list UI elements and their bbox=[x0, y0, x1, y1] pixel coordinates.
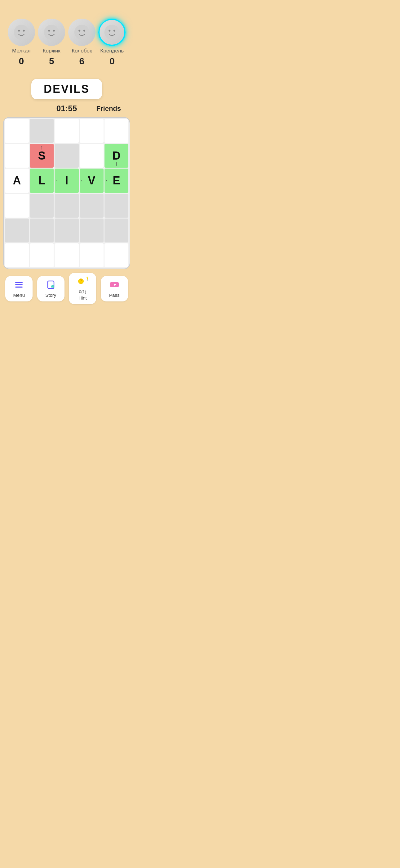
grid-cell[interactable] bbox=[55, 119, 78, 143]
player-name: Коржик bbox=[43, 48, 61, 54]
player-avatar[interactable] bbox=[38, 19, 65, 46]
grid-cell[interactable] bbox=[104, 219, 128, 243]
word-display: DEVILS bbox=[31, 79, 102, 99]
player-name: Крендель bbox=[100, 48, 124, 54]
hint-label: Hint bbox=[78, 295, 87, 301]
grid-cell[interactable] bbox=[104, 119, 128, 143]
players-section: Мелкая0 Коржик5 Колобок6 Крендель0 bbox=[0, 0, 133, 73]
player-score: 6 bbox=[79, 56, 84, 66]
arrow-left-icon: ← bbox=[105, 178, 110, 183]
timer: 01:55 bbox=[57, 104, 77, 113]
grid-cell[interactable] bbox=[5, 243, 29, 267]
grid-cell[interactable] bbox=[80, 119, 104, 143]
grid-cell[interactable] bbox=[5, 194, 29, 218]
menu-button[interactable]: Menu bbox=[5, 276, 33, 302]
grid-cell[interactable] bbox=[80, 243, 104, 267]
svg-point-8 bbox=[84, 30, 85, 32]
svg-point-11 bbox=[113, 30, 115, 32]
grid-cell[interactable] bbox=[30, 219, 54, 243]
svg-rect-14 bbox=[15, 286, 23, 288]
timer-row: 01:55 Friends bbox=[0, 102, 133, 115]
player-score: 0 bbox=[109, 56, 115, 66]
arrow-up-icon: ↑ bbox=[40, 144, 43, 151]
svg-rect-12 bbox=[15, 282, 23, 283]
cell-letter: I bbox=[65, 174, 68, 187]
svg-point-1 bbox=[18, 30, 20, 32]
grid-cell[interactable] bbox=[80, 144, 104, 168]
player-score: 0 bbox=[19, 56, 24, 66]
cell-letter: A bbox=[13, 174, 21, 187]
svg-point-6 bbox=[74, 25, 89, 40]
grid-cell[interactable] bbox=[5, 119, 29, 143]
arrow-down-icon: ↓ bbox=[115, 160, 118, 167]
svg-point-0 bbox=[14, 25, 29, 40]
arrow-left-icon: ← bbox=[55, 178, 60, 183]
grid-cell[interactable] bbox=[55, 144, 78, 168]
player-name: Мелкая bbox=[12, 48, 31, 54]
svg-point-10 bbox=[108, 30, 110, 32]
cell-letter: L bbox=[38, 174, 45, 187]
hint-button[interactable]: ? 💡 0(1) Hint bbox=[69, 273, 96, 304]
grid-cell[interactable] bbox=[5, 219, 29, 243]
grid-cell[interactable] bbox=[80, 194, 104, 218]
svg-point-9 bbox=[104, 25, 120, 40]
player-item: Мелкая0 bbox=[8, 19, 35, 66]
grid-cell[interactable] bbox=[104, 243, 128, 267]
pass-icon bbox=[109, 280, 120, 291]
player-avatar[interactable] bbox=[98, 19, 126, 46]
story-button[interactable]: ✓ Story bbox=[37, 276, 65, 302]
cell-letter: S bbox=[38, 149, 45, 162]
grid-cell[interactable]: A bbox=[5, 168, 29, 192]
game-grid: S↑D↓ALI←V←E← bbox=[5, 119, 128, 267]
grid-cell[interactable] bbox=[30, 243, 54, 267]
svg-rect-13 bbox=[15, 284, 23, 285]
grid-cell[interactable] bbox=[30, 194, 54, 218]
bottom-nav: Menu ✓ Story bbox=[0, 269, 133, 312]
grid-cell[interactable]: V← bbox=[80, 168, 104, 192]
player-item: Крендель0 bbox=[98, 19, 126, 66]
grid-cell[interactable]: L bbox=[30, 168, 54, 192]
grid-cell[interactable] bbox=[55, 243, 78, 267]
game-grid-container: S↑D↓ALI←V←E← bbox=[3, 117, 130, 269]
grid-cell[interactable] bbox=[30, 119, 54, 143]
current-word: DEVILS bbox=[44, 83, 90, 95]
player-item: Коржик5 bbox=[38, 19, 65, 66]
cell-letter: E bbox=[112, 174, 120, 187]
grid-cell[interactable] bbox=[55, 194, 78, 218]
story-icon: ✓ bbox=[46, 280, 56, 291]
player-item: Колобок6 bbox=[68, 19, 96, 66]
player-avatar[interactable] bbox=[68, 19, 96, 46]
grid-cell[interactable] bbox=[5, 144, 29, 168]
cell-letter: V bbox=[88, 174, 95, 187]
pass-label: Pass bbox=[109, 292, 120, 298]
menu-icon bbox=[14, 280, 24, 291]
hint-icon: ? 💡 bbox=[77, 277, 88, 288]
player-avatar[interactable] bbox=[8, 19, 35, 46]
svg-text:✓: ✓ bbox=[52, 286, 54, 288]
grid-cell[interactable] bbox=[104, 194, 128, 218]
svg-point-2 bbox=[23, 30, 25, 32]
svg-text:💡: 💡 bbox=[85, 277, 88, 282]
pass-button[interactable]: Pass bbox=[101, 276, 128, 302]
svg-point-3 bbox=[44, 25, 59, 40]
player-score: 5 bbox=[49, 56, 54, 66]
grid-cell[interactable]: S↑ bbox=[30, 144, 54, 168]
grid-cell[interactable]: I← bbox=[55, 168, 78, 192]
grid-cell[interactable] bbox=[55, 219, 78, 243]
hint-count: 0(1) bbox=[79, 289, 86, 294]
player-name: Колобок bbox=[72, 48, 92, 54]
grid-cell[interactable]: D↓ bbox=[104, 144, 128, 168]
svg-point-7 bbox=[78, 30, 80, 32]
grid-cell[interactable] bbox=[80, 219, 104, 243]
menu-label: Menu bbox=[13, 292, 25, 298]
arrow-left-icon: ← bbox=[80, 178, 85, 183]
friends-label: Friends bbox=[96, 104, 121, 113]
svg-point-5 bbox=[53, 30, 55, 32]
svg-point-4 bbox=[48, 30, 50, 32]
story-label: Story bbox=[45, 292, 56, 298]
svg-text:?: ? bbox=[80, 278, 82, 283]
grid-cell[interactable]: E← bbox=[104, 168, 128, 192]
